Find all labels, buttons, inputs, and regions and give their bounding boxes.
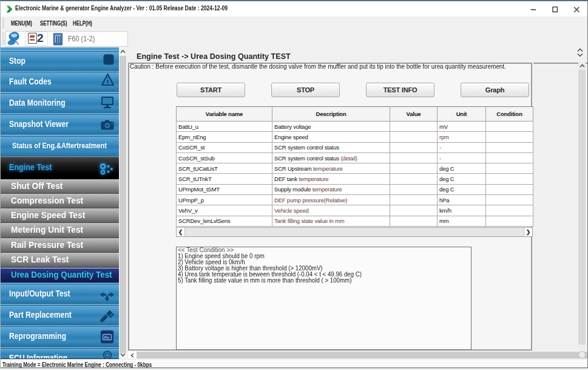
svg-text:Re: Re <box>104 335 110 340</box>
